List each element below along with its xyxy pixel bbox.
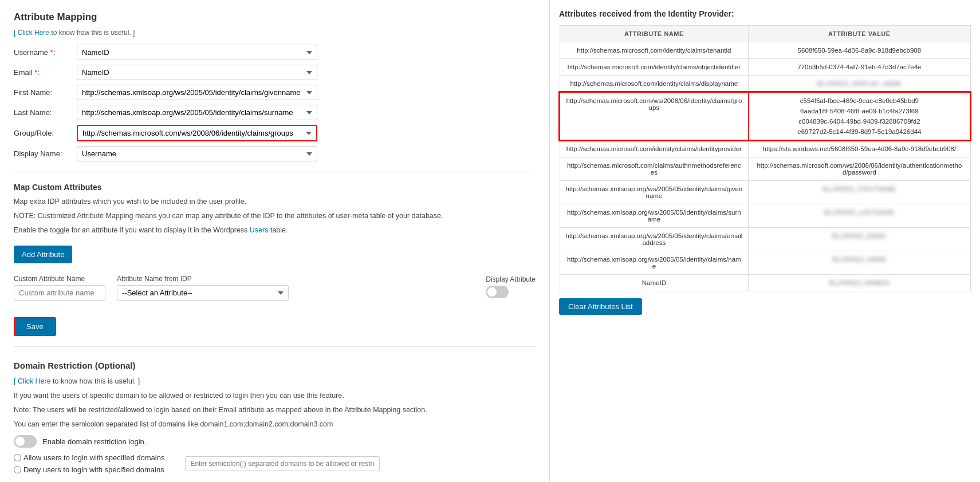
attr-name-cell: http://schemas.microsoft.com/identity/cl…	[560, 42, 749, 59]
radio-row: Allow users to login with specified doma…	[14, 453, 536, 474]
attributes-table: ATTRIBUTE NAME ATTRIBUTE VALUE http://sc…	[559, 25, 971, 291]
attr-name-cell: http://schemas.xmlsoap.org/ws/2005/05/id…	[560, 204, 749, 228]
domain-line1: If you want the users of specific domain…	[14, 390, 536, 401]
firstname-select[interactable]: http://schemas.xmlsoap.org/ws/2005/05/id…	[77, 85, 317, 100]
col-attr-value: ATTRIBUTE VALUE	[749, 26, 970, 42]
right-panel: Attributes received from the Identity Pr…	[550, 0, 980, 482]
attr-name-cell: http://schemas.microsoft.com/ws/2008/06/…	[560, 92, 749, 140]
custom-attr-idp-select[interactable]: --Select an Attribute--	[117, 285, 289, 301]
attr-name-cell: http://schemas.xmlsoap.org/ws/2005/05/id…	[560, 181, 749, 204]
display-attr-label: Display Attribute	[486, 275, 536, 283]
grouprole-row: Group/Role: http://schemas.microsoft.com…	[14, 125, 536, 141]
save-button[interactable]: Save	[14, 317, 56, 336]
users-link[interactable]: Users	[250, 226, 269, 234]
attr-name-cell: http://schemas.microsoft.com/identity/cl…	[560, 140, 749, 157]
email-label: Email *:	[14, 68, 77, 77]
attr-value-cell: BLURRED_NAME	[749, 251, 970, 275]
click-here-link[interactable]: [ Click Here	[14, 29, 49, 37]
table-row: http://schemas.microsoft.com/identity/cl…	[560, 140, 970, 157]
grouprole-select[interactable]: http://schemas.microsoft.com/ws/2008/06/…	[77, 125, 317, 141]
table-row: http://schemas.xmlsoap.org/ws/2005/05/id…	[560, 228, 970, 251]
lastname-row: Last Name: http://schemas.xmlsoap.org/ws…	[14, 105, 536, 120]
email-row: Email *: NameID	[14, 65, 536, 80]
table-row: http://schemas.xmlsoap.org/ws/2005/05/id…	[560, 204, 970, 228]
domain-toggle-slider	[14, 435, 37, 448]
firstname-row: First Name: http://schemas.xmlsoap.org/w…	[14, 85, 536, 100]
table-row: http://schemas.microsoft.com/identity/cl…	[560, 42, 970, 59]
attr-name-cell: http://schemas.microsoft.com/identity/cl…	[560, 59, 749, 76]
attr-name-cell: http://schemas.xmlsoap.org/ws/2005/05/id…	[560, 251, 749, 275]
attr-value-cell: 5608f650-59ea-4d06-8a9c-918d9ebcb908	[749, 42, 970, 59]
attr-value-cell: BLURRED_LASTNAME	[749, 204, 970, 228]
map-custom-line3: Enable the toggle for an attribute if yo…	[14, 225, 536, 236]
custom-attr-name-input[interactable]	[14, 285, 105, 301]
custom-attr-name-col: Custom Attribute Name	[14, 275, 105, 301]
attr-value-cell: BLURRED_EMAIL	[749, 228, 970, 251]
custom-attr-row: Custom Attribute Name Attribute Name fro…	[14, 275, 536, 301]
table-row: http://schemas.microsoft.com/claims/auth…	[560, 157, 970, 181]
domain-input[interactable]	[185, 456, 380, 471]
table-row: http://schemas.xmlsoap.org/ws/2005/05/id…	[560, 181, 970, 204]
left-panel: Attribute Mapping [ Click Here to know h…	[0, 0, 550, 482]
attr-value-cell: BLURRED_DISPLAY_NAME	[749, 76, 970, 93]
displayname-label: Display Name:	[14, 149, 77, 158]
table-row: http://schemas.microsoft.com/identity/cl…	[560, 59, 970, 76]
domain-section: Domain Restriction (Optional) [ Click He…	[14, 361, 536, 482]
attr-name-cell: http://schemas.xmlsoap.org/ws/2005/05/id…	[560, 228, 749, 251]
right-title: Attributes received from the Identity Pr…	[559, 9, 971, 18]
map-custom-line2: NOTE: Customized Attribute Mapping means…	[14, 211, 536, 222]
attr-value-cell: c554f5af-fbce-469c-9eac-c8e0eb45bbd96aad…	[749, 92, 970, 140]
domain-title: Domain Restriction (Optional)	[14, 361, 536, 370]
table-row: http://schemas.microsoft.com/identity/cl…	[560, 76, 970, 93]
table-row: NameIDBLURRED_NAMEID	[560, 275, 970, 291]
table-row: http://schemas.microsoft.com/ws/2008/06/…	[560, 92, 970, 140]
username-select[interactable]: NameID	[77, 45, 317, 60]
map-custom-line1: Map extra IDP attributes which you wish …	[14, 196, 536, 207]
domain-click-here-link[interactable]: [ Click Here	[14, 377, 51, 385]
attr-name-cell: http://schemas.microsoft.com/identity/cl…	[560, 76, 749, 93]
clear-attributes-button[interactable]: Clear Attributes List	[559, 298, 642, 315]
grouprole-label: Group/Role:	[14, 129, 77, 137]
attr-value-cell: https://sts.windows.net/5608f650-59ea-4d…	[749, 140, 970, 157]
attr-name-cell: http://schemas.microsoft.com/claims/auth…	[560, 157, 749, 181]
col-attr-name: ATTRIBUTE NAME	[560, 26, 749, 42]
map-custom-title: Map Custom Attributes	[14, 183, 536, 192]
username-row: Username *: NameID	[14, 45, 536, 60]
displayname-select[interactable]: Username	[77, 146, 317, 161]
custom-attr-idp-label: Attribute Name from IDP	[117, 275, 289, 283]
add-attribute-button[interactable]: Add Attribute	[14, 246, 72, 263]
attr-name-cell: NameID	[560, 275, 749, 291]
lastname-select[interactable]: http://schemas.xmlsoap.org/ws/2005/05/id…	[77, 105, 317, 120]
custom-attr-name-label: Custom Attribute Name	[14, 275, 105, 283]
table-row: http://schemas.xmlsoap.org/ws/2005/05/id…	[560, 251, 970, 275]
email-select[interactable]: NameID	[77, 65, 317, 80]
domain-click-here: [ Click Here to know how this is useful.…	[14, 376, 536, 387]
radio-allow-label: Allow users to login with specified doma…	[23, 453, 164, 462]
lastname-label: Last Name:	[14, 108, 77, 117]
username-label: Username *:	[14, 48, 77, 57]
toggle-slider	[486, 286, 509, 298]
domain-line2: Note: The users will be restricted/allow…	[14, 405, 536, 416]
radio-allow-input[interactable]	[14, 454, 21, 461]
radio-deny-label: Deny users to login with specified domai…	[23, 465, 164, 474]
attr-value-cell: BLURRED_NAMEID	[749, 275, 970, 291]
attr-value-cell: BLURRED_FIRSTNAME	[749, 181, 970, 204]
display-attr-toggle[interactable]	[486, 286, 509, 298]
display-attr-col: Display Attribute	[486, 275, 536, 301]
radio-deny-input[interactable]	[14, 466, 21, 473]
domain-line3: You can enter the semicolon separated li…	[14, 419, 536, 430]
attr-value-cell: 770b3b5d-0374-4af7-91eb-47d3d7ac7e4e	[749, 59, 970, 76]
firstname-label: First Name:	[14, 88, 77, 97]
displayname-row: Display Name: Username	[14, 146, 536, 161]
attr-value-cell: http://schemas.microsoft.com/ws/2008/06/…	[749, 157, 970, 181]
map-custom-section: Map Custom Attributes Map extra IDP attr…	[14, 183, 536, 235]
domain-toggle[interactable]	[14, 435, 37, 448]
domain-toggle-label: Enable domain restriction login.	[42, 437, 146, 446]
click-here-note: [ Click Here to know how this is useful.…	[14, 29, 536, 37]
radio-deny: Deny users to login with specified domai…	[14, 465, 164, 474]
custom-attr-idp-col: Attribute Name from IDP --Select an Attr…	[117, 275, 289, 301]
radio-allow: Allow users to login with specified doma…	[14, 453, 164, 462]
domain-toggle-row: Enable domain restriction login.	[14, 435, 536, 448]
page-title: Attribute Mapping	[14, 11, 536, 23]
